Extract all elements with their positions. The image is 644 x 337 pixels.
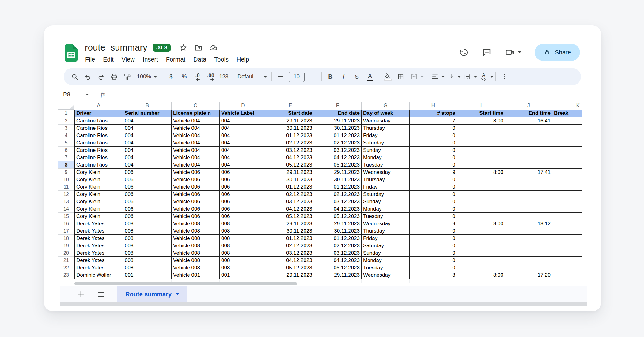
cell-I10[interactable] (457, 176, 505, 183)
cell-G23[interactable]: Wednesday (362, 271, 410, 279)
cell-G19[interactable]: Saturday (362, 242, 410, 249)
cell-A23[interactable]: Dominic Waller (74, 271, 123, 279)
cell-B23[interactable]: 001 (123, 271, 172, 279)
cell-J16[interactable]: 18:12 (505, 220, 552, 227)
cell-F18[interactable]: 01.12.2023 (314, 235, 362, 242)
strikethrough-button[interactable]: S (350, 71, 363, 83)
version-history-icon[interactable] (459, 47, 468, 57)
column-header-G[interactable]: G (362, 102, 410, 110)
cell-J5[interactable] (505, 139, 552, 147)
row-header-10[interactable]: 10 (58, 176, 74, 183)
cell-I19[interactable] (457, 242, 505, 249)
cell-H21[interactable]: 0 (410, 257, 457, 264)
cell-D16[interactable]: 008 (220, 220, 267, 227)
menu-view[interactable]: View (118, 55, 139, 64)
cell-A16[interactable]: Derek Yates (74, 220, 123, 227)
cell-H14[interactable]: 0 (410, 205, 457, 213)
cell-I12[interactable] (457, 191, 505, 198)
cell-A17[interactable]: Derek Yates (74, 227, 123, 235)
cell-D14[interactable]: 006 (220, 205, 267, 213)
cloud-status-icon[interactable] (209, 43, 218, 52)
row-header-2[interactable]: 2 (58, 117, 74, 125)
cell-K20[interactable] (552, 249, 582, 257)
cell-B15[interactable]: 006 (123, 213, 172, 220)
cell-B11[interactable]: 006 (123, 183, 172, 191)
cell-G22[interactable]: Tuesday (362, 264, 410, 271)
cell-C13[interactable]: Vehicle 006 (172, 198, 220, 205)
cell-I21[interactable] (457, 257, 505, 264)
cell-G16[interactable]: Wednesday (362, 220, 410, 227)
cell-G8[interactable]: Tuesday (362, 161, 410, 169)
cell-D2[interactable]: 004 (220, 117, 267, 125)
column-header-K[interactable]: K (552, 102, 582, 110)
cell-I15[interactable] (457, 213, 505, 220)
cell-I7[interactable] (457, 154, 505, 161)
cell-G15[interactable]: Tuesday (362, 213, 410, 220)
row-header-17[interactable]: 17 (58, 227, 74, 235)
column-header-J[interactable]: J (505, 102, 552, 110)
cell-F6[interactable]: 03.12.2023 (314, 147, 362, 154)
meet-button[interactable] (505, 47, 521, 57)
column-header-C[interactable]: C (172, 102, 220, 110)
cell-E4[interactable]: 01.12.2023 (267, 132, 314, 139)
cell-E9[interactable]: 29.11.2023 (267, 169, 314, 176)
document-title[interactable]: route_summary (85, 43, 147, 53)
text-rotation-button[interactable]: A (477, 71, 490, 83)
menu-file[interactable]: File (81, 55, 99, 64)
sheets-logo-icon[interactable] (65, 44, 78, 62)
cell-J19[interactable] (505, 242, 552, 249)
cell-J7[interactable] (505, 154, 552, 161)
cell-D23[interactable]: 001 (220, 271, 267, 279)
cell-E16[interactable]: 29.11.2023 (267, 220, 314, 227)
cell-K18[interactable] (552, 235, 582, 242)
cell-I18[interactable] (457, 235, 505, 242)
cell-H12[interactable]: 0 (410, 191, 457, 198)
cell-E2[interactable]: 29.11.2023 (267, 117, 314, 125)
cell-A6[interactable]: Caroline Rios (74, 147, 123, 154)
cell-F2[interactable]: 29.11.2023 (314, 117, 362, 125)
cell-A7[interactable]: Caroline Rios (74, 154, 123, 161)
cell-D22[interactable]: 008 (220, 264, 267, 271)
cell-C21[interactable]: Vehicle 008 (172, 257, 220, 264)
cell-F19[interactable]: 02.12.2023 (314, 242, 362, 249)
text-rotation-caret-icon[interactable] (490, 76, 493, 78)
row-header-23[interactable]: 23 (58, 271, 74, 279)
cell-B9[interactable]: 006 (123, 169, 172, 176)
borders-button[interactable] (394, 71, 407, 83)
cell-A1[interactable]: Driver (74, 110, 123, 117)
cell-H5[interactable]: 0 (410, 139, 457, 147)
cell-H11[interactable]: 0 (410, 183, 457, 191)
cell-A22[interactable]: Derek Yates (74, 264, 123, 271)
cell-F5[interactable]: 02.12.2023 (314, 139, 362, 147)
horizontal-align-button[interactable] (428, 71, 441, 83)
cell-B7[interactable]: 004 (123, 154, 172, 161)
cell-C6[interactable]: Vehicle 004 (172, 147, 220, 154)
cell-C5[interactable]: Vehicle 004 (172, 139, 220, 147)
cell-J3[interactable] (505, 125, 552, 132)
cell-B5[interactable]: 004 (123, 139, 172, 147)
cell-H16[interactable]: 9 (410, 220, 457, 227)
cell-D3[interactable]: 004 (220, 125, 267, 132)
cell-J23[interactable]: 17:20 (505, 271, 552, 279)
cell-J21[interactable] (505, 257, 552, 264)
cell-C22[interactable]: Vehicle 008 (172, 264, 220, 271)
cell-H3[interactable]: 0 (410, 125, 457, 132)
cell-E3[interactable]: 30.11.2023 (267, 125, 314, 132)
cell-K13[interactable] (552, 198, 582, 205)
cell-K21[interactable] (552, 257, 582, 264)
cell-J20[interactable] (505, 249, 552, 257)
print-icon[interactable] (108, 71, 121, 83)
column-header-B[interactable]: B (123, 102, 172, 110)
more-toolbar-icon[interactable] (498, 71, 511, 83)
column-header-I[interactable]: I (457, 102, 505, 110)
cell-D11[interactable]: 006 (220, 183, 267, 191)
cell-B17[interactable]: 008 (123, 227, 172, 235)
row-header-7[interactable]: 7 (58, 154, 74, 161)
cell-H-partial[interactable] (410, 279, 457, 283)
cell-E8[interactable]: 05.12.2023 (267, 161, 314, 169)
cell-A10[interactable]: Cory Klein (74, 176, 123, 183)
menu-format[interactable]: Format (162, 55, 189, 64)
name-box[interactable]: P8 (58, 91, 93, 98)
cell-G18[interactable]: Friday (362, 235, 410, 242)
cell-K22[interactable] (552, 264, 582, 271)
